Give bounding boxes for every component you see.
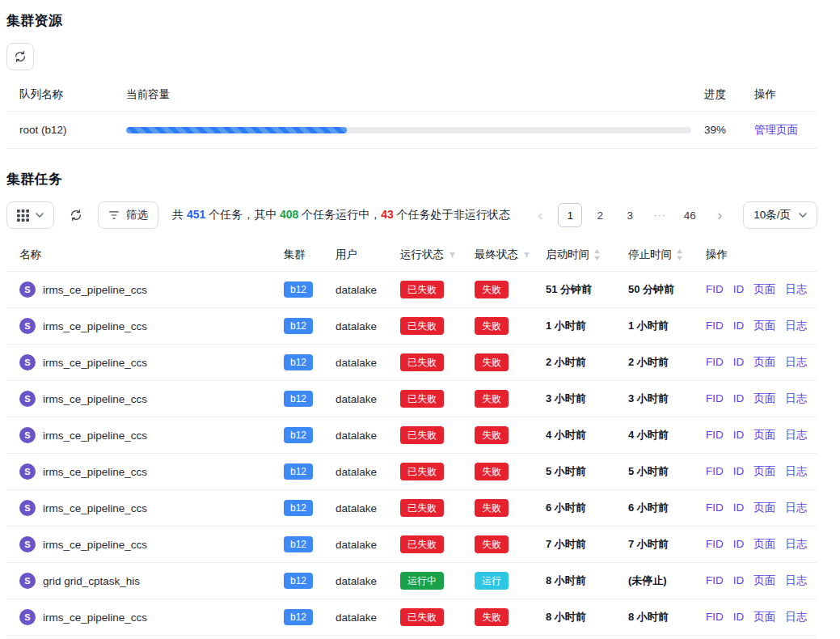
user-cell: datalake <box>329 272 394 308</box>
action-link[interactable]: ID <box>733 356 745 368</box>
queue-row: root (b12) 39% 管理页面 <box>6 112 817 149</box>
action-link[interactable]: 日志 <box>785 501 807 514</box>
action-link[interactable]: 页面 <box>753 283 775 295</box>
action-link[interactable]: FID <box>706 538 724 550</box>
task-name: irms_ce_pipeline_ccs <box>43 611 147 624</box>
resources-refresh-button[interactable] <box>6 43 34 70</box>
manage-page-link[interactable]: 管理页面 <box>754 124 798 136</box>
start-time: 7 小时前 <box>539 527 622 563</box>
action-link[interactable]: 页面 <box>753 429 775 441</box>
action-link[interactable]: 页面 <box>753 611 775 623</box>
action-link[interactable]: 日志 <box>785 538 807 550</box>
actions-cell: FIDID页面日志 <box>699 381 817 417</box>
page-button-46[interactable]: 46 <box>677 203 702 227</box>
action-link[interactable]: ID <box>733 501 745 514</box>
action-link[interactable]: 页面 <box>753 538 775 550</box>
action-link[interactable]: 页面 <box>753 320 775 332</box>
stop-time-sort-icon[interactable] <box>676 249 683 260</box>
user-cell: datalake <box>329 490 394 527</box>
resources-table: 队列名称 当前容量 进度 操作 root (b12) 39% 管理页面 <box>6 78 817 149</box>
col-header-start-time[interactable]: 启动时间 <box>539 239 622 272</box>
action-link[interactable]: 日志 <box>785 465 807 477</box>
run-state-filter-icon[interactable] <box>448 251 457 260</box>
tasks-refresh-button[interactable] <box>65 201 87 229</box>
avatar: S <box>19 609 36 625</box>
page-button-3[interactable]: 3 <box>618 203 642 227</box>
col-header-current-capacity: 当前容量 <box>120 78 698 112</box>
run-state-badge: 已失败 <box>400 463 444 480</box>
final-state-filter-icon[interactable] <box>522 251 531 260</box>
start-time: 8 小时前 <box>539 563 622 599</box>
action-link[interactable]: 日志 <box>785 611 807 623</box>
action-link[interactable]: 日志 <box>785 392 807 404</box>
action-link[interactable]: FID <box>706 429 724 441</box>
table-row: Sirms_ce_pipeline_ccs b12 datalake 已失败 失… <box>6 454 817 490</box>
task-name: irms_ce_pipeline_ccs <box>43 357 147 369</box>
action-link[interactable]: ID <box>733 538 745 550</box>
action-link[interactable]: FID <box>706 283 724 295</box>
final-state-badge: 失败 <box>475 426 509 444</box>
action-link[interactable]: FID <box>706 465 724 477</box>
action-link[interactable]: 日志 <box>785 320 807 332</box>
next-page-button[interactable]: › <box>707 203 732 227</box>
final-state-badge: 失败 <box>475 281 509 298</box>
resources-header-row: 队列名称 当前容量 进度 操作 <box>6 78 817 112</box>
actions-cell: FIDID页面日志 <box>699 417 817 454</box>
action-link[interactable]: 页面 <box>753 465 775 477</box>
layout-select-button[interactable] <box>6 201 54 229</box>
page-button-2[interactable]: 2 <box>588 203 612 227</box>
action-link[interactable]: ID <box>733 283 745 295</box>
page-size-select[interactable]: 10条/页 <box>743 201 817 229</box>
action-link[interactable]: ID <box>733 392 745 404</box>
cluster-badge: b12 <box>284 609 313 625</box>
page: 集群资源 队列名称 当前容量 进度 操作 <box>0 0 840 639</box>
cluster-resources-title: 集群资源 <box>6 11 817 30</box>
action-link[interactable]: FID <box>706 574 724 586</box>
pagination-ellipsis[interactable]: ··· <box>648 203 672 227</box>
action-link[interactable]: FID <box>706 320 724 332</box>
filter-button[interactable]: 筛选 <box>98 201 158 229</box>
page-button-1[interactable]: 1 <box>558 203 582 227</box>
action-link[interactable]: ID <box>733 574 745 586</box>
action-link[interactable]: 日志 <box>785 356 807 368</box>
action-link[interactable]: ID <box>733 320 745 332</box>
run-state-badge: 已失败 <box>400 390 444 408</box>
not-running-count: 43 <box>381 208 394 221</box>
action-link[interactable]: ID <box>733 611 745 623</box>
summary-text-4: 个任务处于非运行状态 <box>394 208 510 221</box>
start-time-sort-icon[interactable] <box>593 249 601 260</box>
action-link[interactable]: 日志 <box>785 429 807 441</box>
refresh-icon <box>70 209 82 222</box>
cluster-badge: b12 <box>284 573 313 589</box>
action-link[interactable]: ID <box>733 429 745 441</box>
action-link[interactable]: FID <box>706 501 724 514</box>
action-link[interactable]: FID <box>706 392 724 404</box>
action-link[interactable]: 日志 <box>785 574 807 586</box>
filter-button-label: 筛选 <box>126 208 148 222</box>
avatar: S <box>19 427 36 443</box>
col-header-stop-time[interactable]: 停止时间 <box>622 239 699 272</box>
actions-cell: FIDID页面日志 <box>699 490 817 527</box>
action-link[interactable]: 页面 <box>753 501 775 514</box>
task-name: irms_ce_pipeline_ccs <box>43 466 147 478</box>
action-link[interactable]: 页面 <box>753 392 775 404</box>
table-row: Sirms_ce_pipeline_ccs b12 datalake 已失败 失… <box>6 417 817 454</box>
avatar: S <box>19 573 36 589</box>
avatar: S <box>19 318 36 334</box>
action-link[interactable]: 页面 <box>753 356 775 368</box>
cluster-badge: b12 <box>284 536 313 552</box>
col-header-name: 名称 <box>6 239 277 272</box>
action-link[interactable]: 日志 <box>785 283 807 295</box>
cluster-badge: b12 <box>284 354 313 370</box>
avatar: S <box>19 536 36 552</box>
action-link[interactable]: FID <box>706 356 724 368</box>
actions-cell: FIDID页面日志 <box>699 308 817 345</box>
final-state-badge: 失败 <box>475 390 509 408</box>
action-link[interactable]: ID <box>733 465 745 477</box>
action-link[interactable]: 页面 <box>753 574 775 586</box>
stop-time: 4 小时前 <box>622 417 699 454</box>
run-state-badge: 已失败 <box>400 281 444 298</box>
queue-name: root (b12) <box>6 112 120 149</box>
prev-page-button[interactable]: ‹ <box>528 203 552 227</box>
action-link[interactable]: FID <box>706 611 724 623</box>
